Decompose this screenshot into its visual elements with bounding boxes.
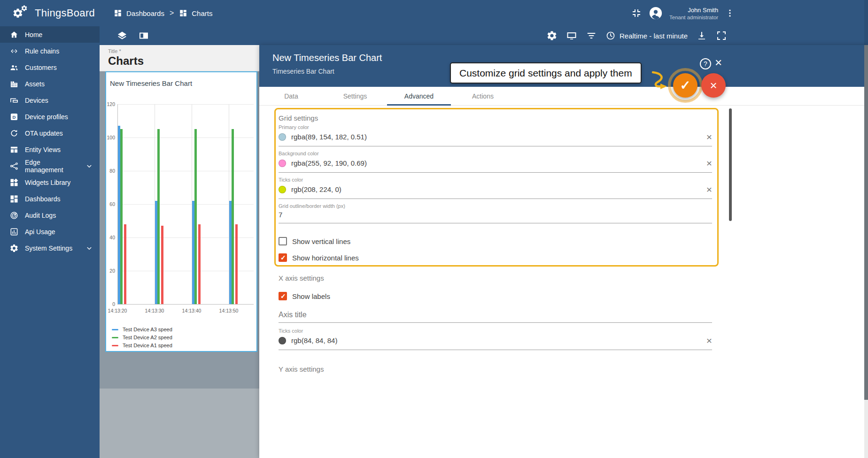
fullscreen-icon[interactable] [716,30,727,41]
dashboard-bottom-area [100,389,259,458]
sidebar-item-assets[interactable]: Assets [0,76,100,92]
close-icon: × [710,78,717,93]
onboarding-tooltip: Customize grid settings and apply them [450,62,642,84]
sidebar-item-devices[interactable]: Devices [0,92,100,108]
field-label: Primary color [279,124,712,130]
breadcrumb-dashboards[interactable]: Dashboards [114,9,164,17]
help-button[interactable]: ? [700,58,711,69]
widget-card[interactable]: New Timeseries Bar Chart 020406080100120… [105,71,257,352]
checkbox[interactable] [279,237,287,245]
breadcrumb-label: Charts [192,9,212,17]
background-color-field: Background color rgba(255, 92, 190, 0.69… [279,151,712,173]
chart-bar [198,224,201,304]
sidebar-item-ota-updates[interactable]: OTA updates [0,125,100,141]
rule-chains-icon [9,46,19,56]
sidebar-item-audit-logs[interactable]: Audit Logs [0,207,100,223]
breadcrumb-charts[interactable]: Charts [179,9,212,17]
show-labels-checkbox-row[interactable]: Show labels [279,292,330,300]
devices-icon [9,96,19,105]
api-usage-icon [9,227,19,237]
chart-bar [124,224,126,304]
sidebar-item-dashboards[interactable]: Dashboards [0,191,100,207]
timewindow-button[interactable]: Realtime - last minute [605,31,688,41]
avatar[interactable] [649,6,663,20]
field-label: Background color [279,151,712,156]
apply-changes-button[interactable]: ✓ [673,73,698,98]
page-scrollbar-thumb[interactable] [864,45,868,400]
user-info[interactable]: John Smith Tenant administrator [669,7,718,20]
sidebar-item-entity-views[interactable]: Entity Views [0,141,100,158]
color-swatch[interactable] [279,186,286,193]
color-swatch[interactable] [279,133,286,141]
chart-y-tick-label: 100 [106,135,115,140]
checkbox[interactable] [279,292,287,300]
thingsboard-logo[interactable]: ThingsBoard [12,0,95,26]
sidebar-item-label: Customers [25,64,57,71]
entity-aliases-icon[interactable] [566,30,577,41]
legend-item[interactable]: Test Device A1 speed [112,343,172,348]
field-value[interactable]: rgba(89, 154, 182, 0.51) [291,133,701,141]
sidebar-item-home[interactable]: Home [0,26,100,43]
timewindow-label: Realtime - last minute [620,32,688,40]
sidebar-item-label: Dashboards [25,195,61,203]
sidebar-item-widgets-library[interactable]: Widgets Library [0,174,100,191]
tab-settings[interactable]: Settings [323,87,387,106]
sidebar-item-label: Device profiles [25,113,68,121]
layers-icon[interactable] [116,30,128,41]
dashboard-title-value[interactable]: Charts [108,54,259,68]
download-icon[interactable] [696,30,707,41]
sidebar-item-device-profiles[interactable]: D Device profiles [0,108,100,125]
dashboard-settings-gear-icon[interactable] [546,30,558,41]
panel-body: Grid settings Primary color rgba(89, 154… [259,106,733,458]
thingsboard-logo-small-gear-icon [21,5,28,12]
chart-bar [235,224,238,304]
sidebar-item-api-usage[interactable]: Api Usage [0,223,100,240]
show-horizontal-lines-checkbox-row[interactable]: Show horizontal lines [279,253,359,262]
brand-name: ThingsBoard [35,7,95,19]
field-value[interactable]: 7 [279,211,712,219]
field-value[interactable]: rgb(208, 224, 0) [291,185,701,193]
discard-changes-button[interactable]: × [701,73,726,98]
chart-y-tick-label: 80 [106,168,115,174]
sidebar-item-customers[interactable]: Customers [0,59,100,76]
sidebar-item-rule-chains[interactable]: Rule chains [0,43,100,59]
sidebar-item-system-settings[interactable]: System Settings [0,240,100,256]
ticks-color-field: Ticks color rgb(208, 224, 0) × [279,177,712,199]
filter-icon[interactable] [586,30,597,41]
tab-actions[interactable]: Actions [451,87,515,106]
sidebar-item-edge-management[interactable]: Edge management [0,158,100,174]
field-value[interactable]: rgba(255, 92, 190, 0.69) [291,159,701,167]
close-icon[interactable]: × [715,56,722,69]
tab-advanced[interactable]: Advanced [387,87,451,106]
legend-item[interactable]: Test Device A3 speed [112,327,172,332]
color-swatch[interactable] [279,160,286,167]
manage-layouts-icon[interactable] [138,30,149,41]
clear-icon[interactable]: × [706,132,712,142]
device-profiles-icon: D [9,112,19,122]
clear-icon[interactable]: × [706,336,712,345]
chart-bar [232,129,234,304]
page-scrollbar[interactable] [864,0,868,458]
panel-subtitle: Timeseries Bar Chart [272,68,334,75]
entity-views-icon [9,145,19,154]
edge-management-icon [9,161,19,171]
panel-tabs: Data Settings Advanced Actions [259,87,868,106]
show-vertical-lines-checkbox-row[interactable]: Show vertical lines [279,237,350,245]
clear-icon[interactable]: × [706,158,712,168]
color-swatch[interactable] [279,337,286,344]
clear-icon[interactable]: × [706,184,712,194]
check-icon: ✓ [680,78,691,93]
legend-item[interactable]: Test Device A2 speed [112,335,172,340]
fullscreen-exit-icon[interactable] [631,8,642,19]
dashboard-toolbar: Realtime - last minute [100,26,868,45]
tab-data[interactable]: Data [259,87,323,106]
panel-scrollbar-thumb[interactable] [729,108,732,221]
field-value[interactable]: rgb(84, 84, 84) [291,336,701,344]
breadcrumb: Dashboards > Charts [114,0,212,26]
kebab-menu-icon[interactable] [725,8,735,18]
chart-x-tick-label: 14:13:30 [140,308,169,313]
checkbox[interactable] [279,253,287,262]
user-role: Tenant administrator [669,15,718,20]
axis-title-input[interactable]: Axis title [279,311,307,319]
checkbox-label: Show vertical lines [292,237,350,245]
